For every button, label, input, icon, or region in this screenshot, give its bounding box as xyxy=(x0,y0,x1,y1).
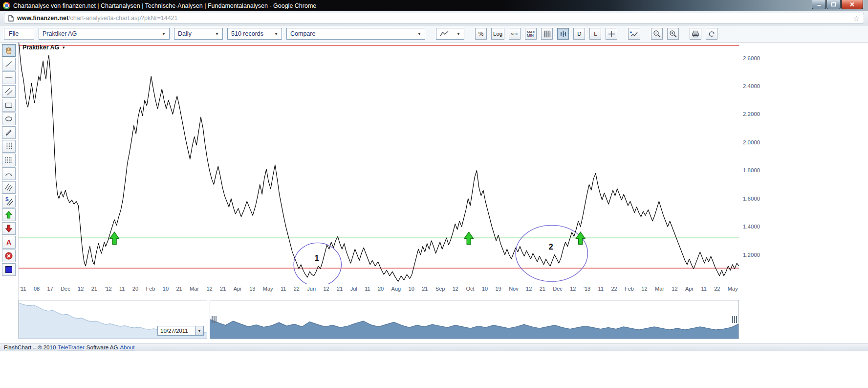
x-axis-label: May xyxy=(728,286,738,294)
start-date-input[interactable]: 10/27/2011 xyxy=(157,326,195,336)
down-arrow-tool-button[interactable] xyxy=(2,222,16,235)
file-menu-button[interactable]: File xyxy=(4,28,34,40)
minimize-button[interactable] xyxy=(812,0,826,9)
text-tool-button[interactable]: A xyxy=(2,236,16,249)
x-axis-label: 13 xyxy=(249,286,255,294)
window-titlebar[interactable]: Chartanalyse von finanzen.net | Chartana… xyxy=(0,0,868,11)
page-content: S A Praktiker AG ▼ 12 2 xyxy=(0,43,868,339)
x-axis-label: 12 xyxy=(641,286,647,294)
fibonacci-tool-button[interactable]: S xyxy=(2,195,16,207)
maxmin-button[interactable]: MAXMIN xyxy=(525,28,537,40)
records-dropdown[interactable]: 510 records ▼ xyxy=(227,28,282,40)
date-dropdown-button[interactable]: ▼ xyxy=(195,326,204,336)
chevron-down-icon: ▼ xyxy=(162,32,166,36)
log-scale-button[interactable]: Log xyxy=(491,28,504,40)
x-axis-label: 22 xyxy=(611,286,617,294)
compare-dropdown-value: Compare xyxy=(290,30,315,37)
y-axis-label: 1.6000 xyxy=(743,196,760,202)
x-axis-label: 12 xyxy=(78,286,84,294)
rectangle-tool-button[interactable] xyxy=(2,99,16,112)
print-button[interactable] xyxy=(690,28,701,40)
hatch-lines-tool-button[interactable] xyxy=(2,181,16,194)
url-host: www.finanzen.net xyxy=(17,15,68,22)
close-button[interactable] xyxy=(841,0,863,9)
up-arrow-tool-button[interactable] xyxy=(2,208,16,221)
period-dropdown[interactable]: Daily ▼ xyxy=(174,28,223,40)
records-dropdown-value: 510 records xyxy=(231,30,263,37)
arc-tool-button[interactable] xyxy=(2,167,16,180)
about-link[interactable]: About xyxy=(120,344,134,350)
annotation-ellipse[interactable] xyxy=(294,243,341,284)
url-input[interactable]: www.finanzen.net/chart-analyse/ta-chart.… xyxy=(4,13,864,23)
daily-button[interactable]: D xyxy=(573,28,585,40)
bars-button[interactable] xyxy=(557,28,569,40)
range-selector-panel[interactable] xyxy=(210,300,739,339)
compare-dropdown[interactable]: Compare ▼ xyxy=(286,28,425,40)
x-axis-label: Sep xyxy=(435,286,445,294)
volume-button[interactable]: VOL xyxy=(509,28,521,40)
chevron-down-icon: ▼ xyxy=(417,32,421,36)
y-axis-label: 2.2000 xyxy=(743,111,760,117)
symbol-dropdown[interactable]: Praktiker AG ▼ xyxy=(39,28,170,40)
delete-tool-button[interactable] xyxy=(2,250,16,262)
trendline-tool-button[interactable] xyxy=(2,58,16,70)
x-axis-label: 20 xyxy=(378,286,384,294)
chart-navigator: 10/27/2011 ▼ xyxy=(19,300,739,339)
chart-symbol-label[interactable]: Praktiker AG ▼ xyxy=(22,44,65,51)
indicator-button[interactable] xyxy=(628,28,640,40)
drawing-tools-sidebar: S A xyxy=(0,43,19,339)
refresh-button[interactable] xyxy=(706,28,717,40)
x-axis-label: 08 xyxy=(34,286,40,294)
pan-tool-button[interactable] xyxy=(2,44,16,57)
grid-button[interactable] xyxy=(541,28,553,40)
zoom-out-button[interactable] xyxy=(651,28,663,40)
price-chart-canvas[interactable]: 12 xyxy=(19,43,739,284)
line-button[interactable]: L xyxy=(589,28,601,40)
x-axis-label: May xyxy=(263,286,273,294)
y-axis-label: 2.6000 xyxy=(743,55,760,61)
x-axis-label: '13 xyxy=(584,286,590,294)
horizontal-line-tool-button[interactable] xyxy=(2,71,16,84)
x-axis-label: 21 xyxy=(422,286,428,294)
zoom-in-button[interactable] xyxy=(667,28,679,40)
y-axis-label: 1.4000 xyxy=(743,224,760,229)
status-text: Software AG xyxy=(87,344,118,350)
horizontal-gridlines-tool-button[interactable] xyxy=(2,154,16,166)
vertical-gridlines-tool-button[interactable] xyxy=(2,140,16,153)
address-bar: www.finanzen.net/chart-analyse/ta-chart.… xyxy=(0,11,868,25)
x-axis-label: Apr xyxy=(234,286,242,294)
maximize-button[interactable] xyxy=(826,0,841,9)
minimize-icon xyxy=(817,2,822,7)
crosshair-button[interactable] xyxy=(606,28,617,40)
zoom-out-icon xyxy=(653,30,661,38)
x-axis-label: 11 xyxy=(281,286,286,294)
range-selector-chart[interactable] xyxy=(210,300,738,339)
maximize-icon xyxy=(831,2,836,7)
range-left-handle[interactable] xyxy=(212,316,217,323)
chevron-down-icon: ▼ xyxy=(198,329,201,333)
bookmark-star-icon[interactable]: ☆ xyxy=(853,15,860,22)
buy-signal-arrow-icon[interactable] xyxy=(110,232,119,244)
hatch-lines-icon xyxy=(4,183,13,192)
price-chart[interactable]: Praktiker AG ▼ 12 xyxy=(19,43,739,284)
zoom-in-icon xyxy=(669,30,677,38)
teletrader-link[interactable]: TeleTrader xyxy=(58,344,85,350)
pen-tool-button[interactable] xyxy=(2,126,16,139)
annotation-ellipse[interactable] xyxy=(516,225,587,281)
history-overview-panel[interactable]: 10/27/2011 ▼ xyxy=(19,300,207,339)
down-arrow-icon xyxy=(5,225,13,232)
print-icon xyxy=(692,30,699,38)
range-right-handle[interactable] xyxy=(732,316,737,323)
x-axis-label: Nov xyxy=(509,286,519,294)
percent-button[interactable]: % xyxy=(475,28,487,40)
x-axis-label: 11 xyxy=(701,286,706,294)
y-axis-label: 2.0000 xyxy=(743,139,760,145)
x-axis-label: 10 xyxy=(409,286,414,294)
color-swatch-tool-button[interactable] xyxy=(2,263,16,276)
line-style-dropdown[interactable]: ▼ xyxy=(436,28,464,40)
parallel-lines-tool-button[interactable] xyxy=(2,85,16,98)
buy-signal-arrow-icon[interactable] xyxy=(464,232,473,244)
x-axis-label: 11 xyxy=(598,286,604,294)
ellipse-tool-button[interactable] xyxy=(2,113,16,125)
up-arrow-icon xyxy=(5,211,13,219)
